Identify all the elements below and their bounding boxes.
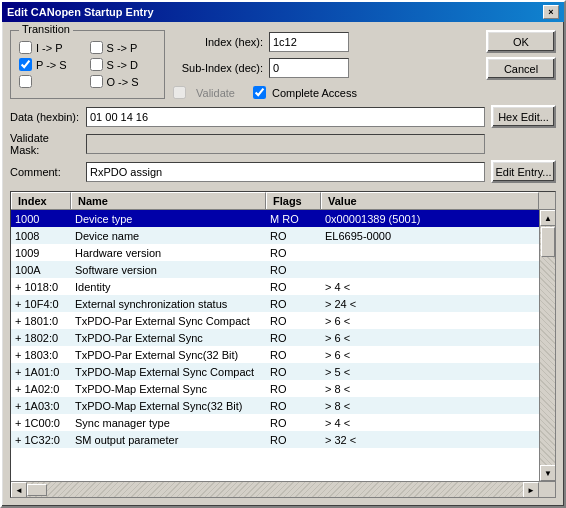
ok-cancel-buttons: OK Cancel (486, 30, 556, 99)
comment-label: Comment: (10, 166, 80, 178)
table-row[interactable]: 1008Device nameROEL6695-0000 (11, 227, 539, 244)
cell-index: 1000 (11, 212, 71, 226)
cell-name: Sync manager type (71, 416, 266, 430)
scroll-thumb[interactable] (541, 227, 555, 257)
cell-name: TxPDO-Map External Sync(32 Bit) (71, 399, 266, 413)
ok-button[interactable]: OK (486, 30, 556, 53)
validate-row: Validate Complete Access (173, 86, 478, 99)
table-row[interactable]: 1000Device typeM RO0x00001389 (5001) (11, 210, 539, 227)
checkbox-s-p-input[interactable] (90, 41, 103, 54)
scroll-up-button[interactable]: ▲ (540, 210, 555, 226)
table-row[interactable]: + 1A03:0TxPDO-Map External Sync(32 Bit)R… (11, 397, 539, 414)
cell-index: + 1803:0 (11, 348, 71, 362)
cell-value: > 6 < (321, 348, 539, 362)
checkbox-s-p: S -> P (90, 41, 157, 54)
table-header: Index Name Flags Value (11, 192, 555, 210)
scroll-thumb-h[interactable] (27, 484, 47, 496)
checkbox-o-s-input[interactable] (90, 75, 103, 88)
cell-value: > 4 < (321, 280, 539, 294)
horizontal-scrollbar[interactable] (27, 482, 523, 497)
cell-name: Device type (71, 212, 266, 226)
table-row[interactable]: 100ASoftware versionRO (11, 261, 539, 278)
cell-value: > 6 < (321, 331, 539, 345)
cell-name: Hardware version (71, 246, 266, 260)
cell-index: 1009 (11, 246, 71, 260)
checkbox-p-s-input[interactable] (19, 58, 32, 71)
middle-section: Index (hex): Sub-Index (dec): Validate C… (173, 30, 478, 99)
cell-flags: RO (266, 229, 321, 243)
title-bar-buttons: × (543, 5, 559, 19)
cell-value: > 4 < (321, 416, 539, 430)
scroll-left-button[interactable]: ◄ (11, 482, 27, 498)
cell-value: EL6695-0000 (321, 229, 539, 243)
checkbox-blank (19, 75, 86, 88)
cell-name: TxPDO-Par External Sync (71, 331, 266, 345)
comment-section: Comment: Edit Entry... (10, 160, 556, 183)
cell-value: > 5 < (321, 365, 539, 379)
edit-entry-button[interactable]: Edit Entry... (491, 160, 556, 183)
cell-name: Identity (71, 280, 266, 294)
cell-name: SM output parameter (71, 433, 266, 447)
table-row[interactable]: 1009Hardware versionRO (11, 244, 539, 261)
checkbox-s-d-input[interactable] (90, 58, 103, 71)
checkbox-i-p-input[interactable] (19, 41, 32, 54)
title-bar: Edit CANopen Startup Entry × (2, 2, 564, 22)
cell-index: + 1A02:0 (11, 382, 71, 396)
vertical-scrollbar[interactable]: ▲ ▼ (539, 210, 555, 481)
cell-value: > 32 < (321, 433, 539, 447)
table-row[interactable]: + 1A01:0TxPDO-Map External Sync CompactR… (11, 363, 539, 380)
table-row[interactable]: + 10F4:0External synchronization statusR… (11, 295, 539, 312)
cell-value (321, 252, 539, 254)
cell-index: + 1A03:0 (11, 399, 71, 413)
cell-flags: RO (266, 280, 321, 294)
cell-index: 100A (11, 263, 71, 277)
cell-name: TxPDO-Par External Sync(32 Bit) (71, 348, 266, 362)
top-section: Transition I -> P S -> P P -> S (10, 30, 556, 99)
checkbox-i-p-label: I -> P (36, 42, 63, 54)
cell-flags: RO (266, 263, 321, 277)
cell-name: Device name (71, 229, 266, 243)
index-label: Index (hex): (173, 36, 263, 48)
comment-input[interactable] (86, 162, 485, 182)
cell-flags: M RO (266, 212, 321, 226)
table-row[interactable]: + 1802:0TxPDO-Par External SyncRO> 6 < (11, 329, 539, 346)
validate-mask-label: Validate Mask: (10, 132, 80, 156)
validate-checkbox (173, 86, 186, 99)
checkbox-s-d: S -> D (90, 58, 157, 71)
cell-flags: RO (266, 246, 321, 260)
checkbox-p-s: P -> S (19, 58, 86, 71)
close-button[interactable]: × (543, 5, 559, 19)
table-row[interactable]: + 1A02:0TxPDO-Map External SyncRO> 8 < (11, 380, 539, 397)
index-input[interactable] (269, 32, 349, 52)
cell-index: + 1C00:0 (11, 416, 71, 430)
checkbox-blank-input[interactable] (19, 75, 32, 88)
data-label: Data (hexbin): (10, 111, 80, 123)
scroll-track[interactable] (540, 226, 555, 465)
checkbox-o-s-label: O -> S (107, 76, 139, 88)
cell-flags: RO (266, 365, 321, 379)
table-row[interactable]: + 1C00:0Sync manager typeRO> 4 < (11, 414, 539, 431)
scroll-down-button[interactable]: ▼ (540, 465, 555, 481)
horizontal-scrollbar-container: ◄ ► (11, 481, 555, 497)
cell-index: + 1801:0 (11, 314, 71, 328)
table-with-scrollbar: 1000Device typeM RO0x00001389 (5001) 100… (11, 210, 555, 481)
cancel-button[interactable]: Cancel (486, 57, 556, 80)
data-input[interactable] (86, 107, 485, 127)
cell-flags: RO (266, 297, 321, 311)
scroll-right-button[interactable]: ► (523, 482, 539, 498)
hex-edit-button[interactable]: Hex Edit... (491, 105, 556, 128)
cell-index: + 10F4:0 (11, 297, 71, 311)
table-body[interactable]: 1000Device typeM RO0x00001389 (5001) 100… (11, 210, 539, 481)
cell-value: > 6 < (321, 314, 539, 328)
checkbox-i-p: I -> P (19, 41, 86, 54)
cell-index: + 1A01:0 (11, 365, 71, 379)
content-area: Transition I -> P S -> P P -> S (2, 22, 564, 506)
transition-label: Transition (19, 23, 73, 35)
complete-access-checkbox[interactable] (253, 86, 266, 99)
validate-mask-section: Validate Mask: (10, 132, 556, 156)
subindex-input[interactable] (269, 58, 349, 78)
table-row[interactable]: + 1803:0TxPDO-Par External Sync(32 Bit)R… (11, 346, 539, 363)
table-row[interactable]: + 1018:0IdentityRO> 4 < (11, 278, 539, 295)
table-row[interactable]: + 1C32:0SM output parameterRO> 32 < (11, 431, 539, 448)
table-row[interactable]: + 1801:0TxPDO-Par External Sync CompactR… (11, 312, 539, 329)
